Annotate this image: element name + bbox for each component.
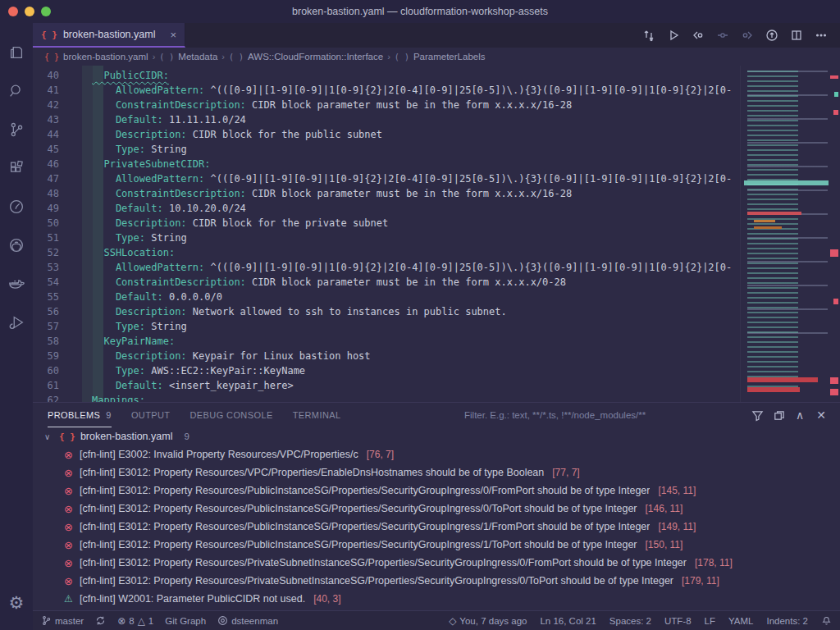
error-icon: ⊗ <box>62 485 75 497</box>
problem-row[interactable]: ⊗[cfn-lint] E3012: Property Resources/VP… <box>33 463 840 482</box>
tab-broken-bastion[interactable]: { } broken-bastion.yaml × <box>33 23 185 48</box>
breadcrumb-separator: › <box>221 52 225 62</box>
code-line[interactable]: 51 Type: String <box>33 231 740 245</box>
split-editor-icon[interactable] <box>786 26 807 44</box>
zoom-window-button[interactable] <box>41 7 51 16</box>
code-line[interactable]: 40 PublicCIDR: <box>33 68 740 83</box>
code-line[interactable]: 42 ConstraintDescription: CIDR block par… <box>33 98 740 112</box>
settings-gear-icon[interactable]: ⚙ <box>0 583 33 622</box>
traffic-lights <box>8 7 51 16</box>
maximize-panel-icon[interactable] <box>768 405 789 425</box>
minimize-window-button[interactable] <box>25 7 34 16</box>
tab-debug-console[interactable]: DEBUG CONSOLE <box>190 403 273 427</box>
code-line[interactable]: 59 Description: Keypair for Linux bastio… <box>33 349 740 363</box>
gauge-icon[interactable] <box>0 187 33 226</box>
code-line[interactable]: 47 AllowedPattern: ^(([0-9]|[1-9][0-9]|1… <box>33 171 740 186</box>
code-line[interactable]: 46 PrivateSubnetCIDR: <box>33 157 740 171</box>
language-mode-item[interactable]: YAML <box>728 616 753 626</box>
problem-row[interactable]: ⊗[cfn-lint] E3012: Property Resources/Pu… <box>33 536 840 554</box>
indentation-item[interactable]: Spaces: 2 <box>609 616 651 626</box>
minimap-error-mark <box>747 212 801 215</box>
previous-change-icon[interactable] <box>687 26 709 44</box>
problems-filter-input[interactable] <box>464 410 735 420</box>
editor-pane[interactable]: 40 PublicCIDR: 41 AllowedPattern: ^(([0-… <box>33 66 840 402</box>
problem-position: [150, 11] <box>646 539 683 550</box>
explorer-icon[interactable] <box>0 33 33 71</box>
minimap[interactable] <box>740 66 829 402</box>
timeline-icon[interactable] <box>761 26 783 44</box>
tab-label: broken-bastion.yaml <box>63 29 156 40</box>
source-control-icon[interactable] <box>0 110 33 148</box>
code-line[interactable]: 58 KeyPairName: <box>33 334 740 349</box>
code-area[interactable]: 40 PublicCIDR: 41 AllowedPattern: ^(([0-… <box>33 66 740 402</box>
extensions-icon[interactable] <box>0 148 33 187</box>
problem-row[interactable]: ⊗[cfn-lint] E3002: Invalid Property Reso… <box>33 445 840 463</box>
code-line[interactable]: 62Mappings: <box>33 393 740 402</box>
code-line[interactable]: 45 Type: String <box>33 142 740 157</box>
current-change-icon[interactable] <box>712 26 733 44</box>
breadcrumb-parameterlabels[interactable]: ( ) ParameterLabels <box>395 52 486 62</box>
error-icon: ⊗ <box>62 449 75 461</box>
problems-file-row[interactable]: ∨ { } broken-bastion.yaml 9 <box>33 427 840 445</box>
tab-terminal[interactable]: TERMINAL <box>293 403 341 427</box>
code-line[interactable]: 50 Description: CIDR block for the priva… <box>33 216 740 231</box>
overview-ruler[interactable] <box>829 66 840 402</box>
indents-item[interactable]: Indents: 2 <box>766 616 808 626</box>
run-icon[interactable] <box>663 26 684 44</box>
problem-row[interactable]: ⊗[cfn-lint] E3012: Property Resources/Pu… <box>33 518 840 536</box>
notifications-item[interactable] <box>821 615 832 626</box>
test-explorer-icon[interactable] <box>0 303 33 341</box>
next-change-icon[interactable] <box>737 26 758 44</box>
error-icon: ⊗ <box>62 503 75 515</box>
code-line[interactable]: 55 Default: 0.0.0.0/0 <box>33 290 740 304</box>
tab-close-icon[interactable]: × <box>170 29 176 41</box>
git-graph-item[interactable]: Git Graph <box>165 616 206 626</box>
code-line[interactable]: 56 Description: Network allowed to ssh t… <box>33 304 740 319</box>
filter-icon[interactable] <box>746 405 768 425</box>
account-item[interactable]: dsteenman <box>217 615 278 626</box>
problem-row[interactable]: ⊗[cfn-lint] E3012: Property Resources/Pu… <box>33 500 840 518</box>
breadcrumb-file[interactable]: { } broken-bastion.yaml <box>44 52 148 62</box>
breadcrumb-interface[interactable]: ( ) AWS::CloudFormation::Interface <box>229 52 383 62</box>
code-line[interactable]: 44 Description: CIDR block for the publi… <box>33 127 740 142</box>
code-line[interactable]: 53 AllowedPattern: ^(([0-9]|[1-9][0-9]|1… <box>33 260 740 275</box>
code-line[interactable]: 43 Default: 11.11.11.0/24 <box>33 112 740 127</box>
code-line[interactable]: 41 AllowedPattern: ^(([0-9]|[1-9][0-9]|1… <box>33 83 740 98</box>
problem-row[interactable]: ⚠[cfn-lint] W2001: Parameter PublicCIDR … <box>33 590 840 608</box>
tab-output[interactable]: OUTPUT <box>131 403 171 427</box>
github-icon[interactable] <box>0 226 33 264</box>
more-actions-icon[interactable] <box>810 26 832 44</box>
code-line[interactable]: 61 Default: <insert_keypair_here> <box>33 378 740 393</box>
chevron-up-icon[interactable]: ∧ <box>789 405 810 425</box>
status-bar: master ⊗ 8 △ 1 Git Graph dsteenman <box>33 610 840 630</box>
problem-row[interactable]: ⊗[cfn-lint] E3012: Property Resources/Pr… <box>33 572 840 590</box>
sync-changes-item[interactable] <box>95 615 106 626</box>
tab-problems[interactable]: PROBLEMS 9 <box>48 403 112 427</box>
code-line[interactable]: 57 Type: String <box>33 319 740 334</box>
code-line[interactable]: 60 Type: AWS::EC2::KeyPair::KeyName <box>33 363 740 378</box>
code-line[interactable]: 49 Default: 10.10.20.0/24 <box>33 201 740 216</box>
docker-icon[interactable] <box>0 264 33 303</box>
code-line[interactable]: 54 ConstraintDescription: CIDR block par… <box>33 275 740 290</box>
symbol-icon: ( ) <box>159 52 174 62</box>
gitlens-blame-item[interactable]: ◇ You, 7 days ago <box>449 615 527 627</box>
error-icon: ⊗ <box>62 575 75 587</box>
eol-item[interactable]: LF <box>705 616 715 626</box>
symbol-icon: ( ) <box>229 52 244 62</box>
problem-row[interactable]: ⊗[cfn-lint] E3012: Property Resources/Pu… <box>33 482 840 500</box>
breadcrumb-metadata[interactable]: ( ) Metadata <box>159 52 217 62</box>
problem-row[interactable]: ⊗[cfn-lint] E3012: Property Resources/Pr… <box>33 554 840 572</box>
search-icon[interactable] <box>0 71 33 110</box>
encoding-item[interactable]: UTF-8 <box>664 616 692 626</box>
close-panel-icon[interactable]: ✕ <box>810 405 832 425</box>
git-branch-item[interactable]: master <box>41 615 84 626</box>
problems-summary-item[interactable]: ⊗ 8 △ 1 <box>117 615 153 627</box>
chevron-down-icon[interactable]: ∨ <box>44 432 54 441</box>
close-window-button[interactable] <box>8 7 18 16</box>
code-line[interactable]: 52 SSHLocation: <box>33 245 740 260</box>
open-changes-icon[interactable] <box>638 26 660 44</box>
code-line[interactable]: 48 ConstraintDescription: CIDR block par… <box>33 186 740 201</box>
cursor-position-item[interactable]: Ln 16, Col 21 <box>540 616 596 626</box>
window-title: broken-bastion.yaml — cloudformation-wor… <box>0 6 840 17</box>
error-icon: ⊗ <box>62 557 75 569</box>
